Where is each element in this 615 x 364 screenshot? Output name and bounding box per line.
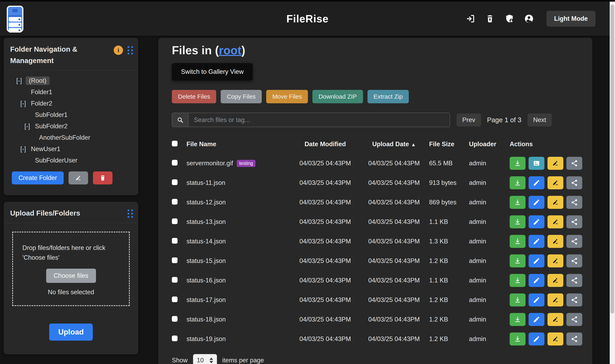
share-button[interactable]: [566, 215, 582, 228]
light-mode-button[interactable]: Light Mode: [547, 11, 595, 27]
scrollbar-thumb[interactable]: [611, 4, 614, 313]
tree-item-newuser1[interactable]: [-]NewUser1: [8, 143, 134, 155]
download-button[interactable]: [510, 293, 525, 306]
tree-item-label[interactable]: (Root): [26, 77, 50, 85]
tree-item-label[interactable]: SubFolder1: [34, 111, 69, 119]
edit-button[interactable]: [529, 293, 544, 306]
download-button[interactable]: [510, 157, 525, 170]
copy-files-button[interactable]: Copy Files: [221, 90, 262, 103]
column-file-size[interactable]: File Size: [429, 141, 469, 148]
file-name[interactable]: status-19.json: [186, 335, 226, 343]
column-upload-date[interactable]: Upload Date▲: [359, 141, 429, 148]
move-files-button[interactable]: Move Files: [266, 90, 308, 103]
upload-button[interactable]: Upload: [49, 324, 93, 341]
rename-button[interactable]: [548, 313, 563, 326]
rename-button[interactable]: [548, 254, 563, 267]
file-name[interactable]: servermonitor.gif: [186, 160, 233, 167]
prev-page-button[interactable]: Prev: [457, 114, 481, 127]
file-name[interactable]: status-16.json: [186, 277, 226, 284]
tree-item-subfolderuser[interactable]: SubFolderUser: [8, 155, 134, 166]
tree-toggle[interactable]: [-]: [16, 77, 26, 84]
download-button[interactable]: [510, 313, 525, 326]
edit-button[interactable]: [529, 274, 544, 287]
row-checkbox[interactable]: [172, 160, 178, 166]
rename-button[interactable]: [548, 157, 563, 170]
select-all-checkbox[interactable]: [172, 141, 178, 146]
preview-button[interactable]: [529, 157, 544, 170]
share-button[interactable]: [566, 293, 582, 306]
tree-item-label[interactable]: Folder2: [30, 99, 53, 108]
choose-files-button[interactable]: Choose files: [46, 269, 96, 283]
logout-icon[interactable]: [465, 13, 476, 24]
tree-item-subfolder2[interactable]: [-]SubFolder2: [8, 121, 134, 132]
download-button[interactable]: [510, 235, 525, 248]
share-button[interactable]: [566, 332, 582, 346]
edit-button[interactable]: [529, 235, 544, 248]
tree-item-label[interactable]: NewUser1: [30, 145, 62, 153]
extract-zip-button[interactable]: Extract Zip: [367, 90, 409, 103]
next-page-button[interactable]: Next: [528, 114, 552, 127]
file-name[interactable]: status-12.json: [186, 199, 226, 206]
trash-restore-icon[interactable]: [485, 13, 495, 24]
rename-button[interactable]: [548, 274, 563, 287]
search-input[interactable]: [189, 113, 450, 127]
tree-toggle[interactable]: [-]: [20, 145, 30, 153]
drag-handle-icon[interactable]: [128, 209, 133, 218]
items-per-page-select[interactable]: 10: [193, 354, 217, 364]
share-button[interactable]: [566, 274, 582, 287]
row-checkbox[interactable]: [172, 316, 178, 322]
edit-button[interactable]: [529, 313, 544, 326]
rename-button[interactable]: [548, 235, 563, 248]
row-checkbox[interactable]: [172, 199, 178, 205]
upload-dropzone[interactable]: Drop files/folders here or click 'Choose…: [12, 232, 130, 306]
root-folder-link[interactable]: root: [219, 44, 241, 57]
tree-toggle[interactable]: [-]: [24, 123, 34, 130]
column-file-name[interactable]: File Name: [186, 141, 291, 148]
tree-item-label[interactable]: SubFolderUser: [34, 156, 79, 165]
file-name[interactable]: status-13.json: [186, 218, 226, 225]
drag-handle-icon[interactable]: [128, 46, 133, 54]
create-folder-button[interactable]: Create Folder: [12, 171, 64, 184]
tree-item-folder1[interactable]: Folder1: [8, 86, 134, 98]
tree-item-folder2[interactable]: [-]Folder2: [8, 98, 134, 109]
delete-folder-button[interactable]: [93, 171, 112, 184]
share-button[interactable]: [566, 196, 582, 209]
download-button[interactable]: [510, 196, 525, 209]
share-button[interactable]: [566, 254, 582, 267]
rename-button[interactable]: [548, 196, 563, 209]
account-icon[interactable]: [524, 13, 534, 24]
row-checkbox[interactable]: [172, 336, 178, 341]
row-checkbox[interactable]: [172, 218, 178, 224]
download-button[interactable]: [510, 254, 525, 267]
tree-item-label[interactable]: SubFolder2: [34, 122, 69, 130]
row-checkbox[interactable]: [172, 238, 178, 244]
tree-toggle[interactable]: [-]: [20, 100, 30, 107]
admin-shield-icon[interactable]: [504, 13, 515, 24]
download-button[interactable]: [510, 176, 525, 189]
edit-button[interactable]: [529, 254, 544, 267]
edit-button[interactable]: [529, 196, 544, 209]
download-button[interactable]: [510, 332, 525, 346]
share-button[interactable]: [566, 313, 582, 326]
share-button[interactable]: [566, 157, 582, 170]
file-name[interactable]: status-17.json: [186, 296, 226, 304]
tree-item-subfolder1[interactable]: SubFolder1: [8, 109, 134, 121]
share-button[interactable]: [566, 235, 582, 248]
download-zip-button[interactable]: Download ZIP: [312, 90, 363, 103]
info-icon[interactable]: i: [114, 46, 123, 55]
download-button[interactable]: [510, 274, 525, 287]
switch-gallery-view-button[interactable]: Switch to Gallery View: [172, 63, 253, 80]
row-checkbox[interactable]: [172, 297, 178, 302]
row-checkbox[interactable]: [172, 277, 178, 283]
rename-button[interactable]: [548, 215, 563, 228]
delete-files-button[interactable]: Delete Files: [172, 90, 216, 103]
tree-item-label[interactable]: Folder1: [30, 88, 53, 96]
file-name[interactable]: status-11.json: [186, 179, 225, 186]
rename-button[interactable]: [548, 293, 563, 306]
edit-button[interactable]: [529, 176, 544, 189]
file-name[interactable]: status-15.json: [186, 257, 226, 265]
tree-item-root[interactable]: [-](Root): [8, 75, 134, 86]
rename-button[interactable]: [548, 332, 563, 346]
rename-button[interactable]: [548, 176, 563, 189]
edit-button[interactable]: [529, 215, 544, 228]
